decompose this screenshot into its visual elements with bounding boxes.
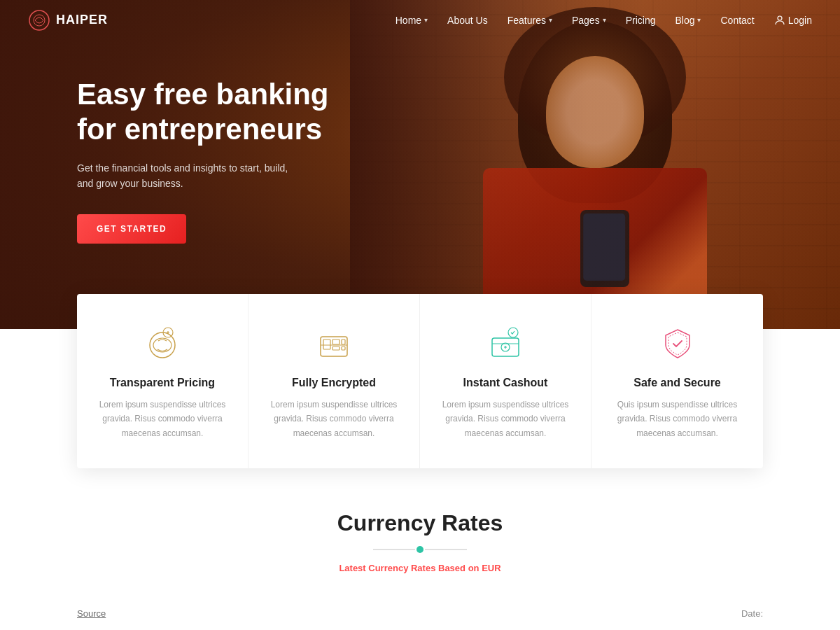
- feature-card-safe-secure: Safe and Secure Quis ipsum suspendisse u…: [592, 294, 763, 468]
- feature-card-fully-encrypted: Fully Encrypted Lorem ipsum suspendisse …: [248, 294, 420, 468]
- feature-title-transparent-pricing: Transparent Pricing: [97, 377, 228, 389]
- nav-item-home[interactable]: Home ▾: [396, 15, 428, 26]
- feature-desc-instant-cashout: Lorem ipsum suspendisse ultrices gravida…: [440, 398, 571, 440]
- chevron-icon: ▾: [697, 16, 701, 24]
- nav-item-about[interactable]: About Us: [447, 15, 488, 26]
- nav-item-pages[interactable]: Pages ▾: [572, 15, 606, 26]
- logo-icon: [28, 9, 50, 31]
- svg-point-4: [153, 338, 172, 352]
- footer-row: Source Date:: [0, 594, 840, 630]
- source-link[interactable]: Source: [77, 608, 106, 619]
- divider-left: [373, 549, 415, 550]
- svg-point-0: [29, 10, 49, 30]
- chevron-icon: ▾: [424, 16, 428, 24]
- currency-section: Currency Rates Latest Currency Rates Bas…: [0, 468, 840, 594]
- currency-subtitle: Latest Currency Rates Based on EUR: [77, 563, 763, 573]
- nav-item-blog[interactable]: Blog ▾: [675, 15, 701, 26]
- brand-logo[interactable]: HAIPER: [28, 9, 108, 31]
- feature-title-safe-secure: Safe and Secure: [611, 377, 743, 389]
- nav-item-login[interactable]: Login: [774, 15, 812, 26]
- date-label: Date:: [741, 608, 763, 619]
- divider-right: [425, 549, 467, 550]
- feature-card-instant-cashout: Instant Cashout Lorem ipsum suspendisse …: [420, 294, 592, 468]
- divider-dot: [416, 546, 424, 553]
- chevron-icon: ▾: [603, 16, 606, 24]
- chevron-icon: ▾: [549, 16, 552, 24]
- nav-item-features[interactable]: Features ▾: [507, 15, 552, 26]
- feature-desc-transparent-pricing: Lorem ipsum suspendisse ultrices gravida…: [97, 398, 228, 440]
- safe-secure-icon: [657, 322, 699, 364]
- feature-desc-fully-encrypted: Lorem ipsum suspendisse ultrices gravida…: [268, 398, 400, 440]
- feature-desc-safe-secure: Quis ipsum suspendisse ultrices gravida.…: [611, 398, 743, 440]
- feature-card-transparent-pricing: Transparent Pricing Lorem ipsum suspendi…: [77, 294, 248, 468]
- svg-rect-8: [332, 340, 340, 344]
- features-grid: Transparent Pricing Lorem ipsum suspendi…: [77, 294, 763, 468]
- brand-name: HAIPER: [56, 13, 108, 27]
- svg-rect-7: [323, 340, 330, 349]
- currency-divider: [77, 546, 763, 553]
- nav-item-contact[interactable]: Contact: [720, 15, 754, 26]
- features-section: Transparent Pricing Lorem ipsum suspendi…: [0, 294, 840, 468]
- fully-encrypted-icon: [313, 322, 355, 364]
- currency-highlight: EUR: [482, 563, 500, 573]
- feature-title-fully-encrypted: Fully Encrypted: [268, 377, 400, 389]
- hero-section: Easy free banking for entrepreneurs Get …: [0, 0, 840, 329]
- navbar: HAIPER Home ▾ About Us Features ▾ Pages …: [0, 0, 840, 40]
- hero-title: Easy free banking for entrepreneurs: [77, 77, 336, 148]
- feature-title-instant-cashout: Instant Cashout: [440, 377, 571, 389]
- svg-rect-11: [342, 346, 345, 350]
- get-started-button[interactable]: GET STARTED: [77, 214, 186, 244]
- hero-subtitle: Get the financial tools and insights to …: [77, 160, 301, 192]
- svg-point-2: [778, 16, 782, 20]
- instant-cashout-icon: [484, 322, 526, 364]
- currency-title: Currency Rates: [77, 510, 763, 536]
- svg-rect-10: [342, 340, 345, 344]
- user-icon: [774, 15, 785, 26]
- nav-list: Home ▾ About Us Features ▾ Pages ▾ Prici…: [396, 15, 812, 26]
- transparent-pricing-icon: [141, 322, 183, 364]
- nav-item-pricing[interactable]: Pricing: [626, 15, 656, 26]
- svg-rect-9: [332, 346, 340, 350]
